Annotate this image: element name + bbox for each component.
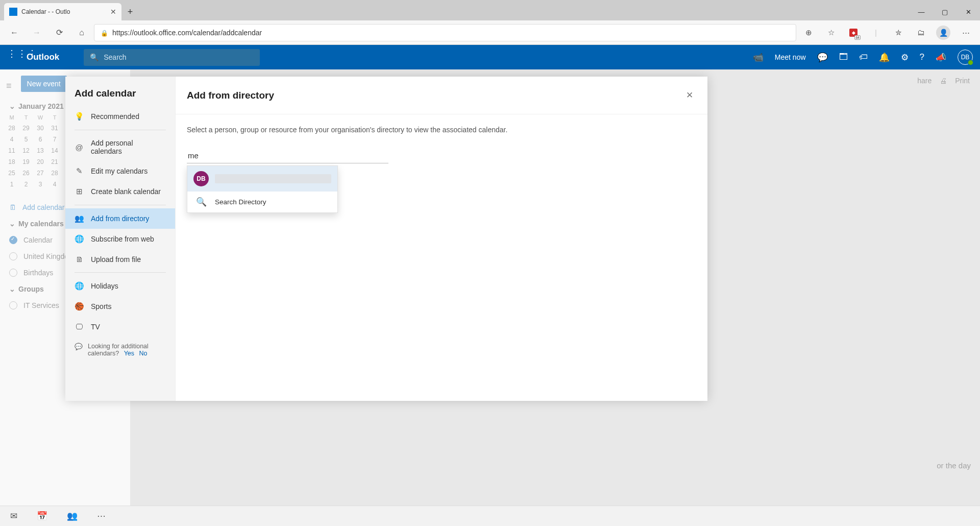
modal-instructions: Select a person, group or resource from … (187, 126, 696, 134)
todo-icon[interactable]: 🏷 (859, 52, 868, 62)
url-text: https://outlook.office.com/calendar/addc… (112, 29, 262, 37)
adblock-icon[interactable]: ◆84 (843, 22, 864, 43)
modal-nav-item[interactable]: ✎Edit my calendars (65, 161, 175, 181)
account-avatar[interactable]: DB (958, 50, 973, 65)
nav-item-icon: ✎ (75, 166, 84, 176)
home-button[interactable]: ⌂ (71, 22, 92, 43)
modal-nav-item[interactable]: 💡Recommended (65, 106, 175, 127)
directory-search-input[interactable] (187, 148, 388, 163)
add-page-button[interactable]: ⊕ (798, 22, 819, 43)
modal-nav-item[interactable]: 🌐Subscribe from web (65, 229, 175, 249)
address-bar-row: ← → ⟳ ⌂ https://outlook.office.com/calen… (0, 20, 980, 45)
new-tab-button[interactable]: + (121, 3, 139, 20)
outlook-brand[interactable]: Outlook (27, 52, 59, 62)
nav-item-icon: ⊞ (75, 187, 84, 196)
settings-icon[interactable]: ⚙ (901, 52, 909, 63)
nav-item-icon: 🌐 (75, 234, 84, 244)
browser-tab-strip: Calendar - - Outlo ✕ + — ▢ ✕ (0, 0, 980, 20)
modal-sidebar-title: Add calendar (65, 77, 175, 106)
result-name-redacted (215, 174, 331, 183)
modal-nav-item[interactable]: @Add personal calendars (65, 133, 175, 161)
modal-close-button[interactable]: ✕ (683, 87, 696, 104)
help-icon[interactable]: ? (920, 52, 924, 62)
app-launcher-icon[interactable]: ⋮⋮⋮ (7, 52, 17, 62)
search-box[interactable]: 🔍 Search (84, 49, 260, 66)
address-bar[interactable]: https://outlook.office.com/calendar/addc… (94, 24, 796, 41)
collections-button[interactable]: 🗂 (911, 22, 931, 43)
search-directory-item[interactable]: 🔍 Search Directory (187, 192, 337, 212)
modal-nav-item[interactable]: ⊞Create blank calendar (65, 181, 175, 202)
favorite-button[interactable]: ☆ (821, 22, 841, 43)
search-icon: 🔍 (193, 197, 209, 207)
nav-item-icon: 🗎 (75, 255, 84, 264)
lock-icon (101, 29, 108, 37)
more-button[interactable]: ⋯ (955, 22, 976, 43)
my-day-icon[interactable]: 🗔 (839, 52, 848, 62)
megaphone-icon[interactable]: 📣 (936, 52, 946, 63)
modal-nav-item[interactable]: 🏀Sports (65, 296, 175, 317)
search-icon: 🔍 (90, 53, 99, 61)
modal-nav-item[interactable]: 🗎Upload from file (65, 249, 175, 269)
more-modules-icon[interactable]: ⋯ (97, 511, 106, 521)
add-calendar-modal: Add calendar 💡Recommended@Add personal c… (65, 77, 707, 401)
close-window-button[interactable]: ✕ (957, 3, 980, 20)
modal-nav-item[interactable]: 👥Add from directory (65, 208, 175, 229)
refresh-button[interactable]: ⟳ (49, 22, 69, 43)
outlook-header: ⋮⋮⋮ Outlook 🔍 Search 📹 Meet now 💬 🗔 🏷 🔔 … (0, 45, 980, 69)
maximize-button[interactable]: ▢ (933, 3, 957, 20)
nav-item-icon: 🌐 (75, 281, 84, 291)
notifications-icon[interactable]: 🔔 (879, 52, 890, 63)
nav-item-icon: 🖵 (75, 322, 84, 331)
tab-title: Calendar - - Outlo (21, 8, 70, 15)
modal-nav-item[interactable]: 🖵TV (65, 317, 175, 337)
modal-sidebar: Add calendar 💡Recommended@Add personal c… (65, 77, 176, 401)
minimize-button[interactable]: — (910, 3, 933, 20)
mail-module-icon[interactable]: ✉ (10, 511, 17, 521)
feedback-prompt: 💬 Looking for additional calendars? Yes … (65, 337, 175, 363)
profile-button[interactable]: 👤 (933, 22, 953, 43)
window-controls: — ▢ ✕ (910, 3, 980, 20)
feedback-icon: 💬 (75, 343, 83, 357)
nav-item-icon: 💡 (75, 112, 84, 121)
directory-results-dropdown: DB 🔍 Search Directory (187, 165, 338, 213)
feedback-yes-link[interactable]: Yes (124, 350, 134, 357)
result-avatar: DB (193, 171, 209, 186)
module-switch-rail: ✉ 📅 👥 ⋯ (0, 506, 980, 526)
teams-chat-icon[interactable]: 💬 (817, 52, 828, 63)
feedback-no-link[interactable]: No (139, 350, 148, 357)
tab-favicon (9, 8, 17, 16)
nav-item-icon: 🏀 (75, 302, 84, 311)
directory-result-item[interactable]: DB (187, 166, 337, 192)
nav-item-icon: 👥 (75, 214, 84, 223)
forward-button[interactable]: → (27, 22, 47, 43)
modal-main: Add from directory ✕ Select a person, gr… (176, 77, 707, 401)
people-module-icon[interactable]: 👥 (67, 511, 78, 521)
nav-item-icon: @ (75, 143, 84, 152)
modal-nav-item[interactable]: 🌐Holidays (65, 276, 175, 296)
favorites-list-button[interactable]: ✮ (888, 22, 909, 43)
close-tab-icon[interactable]: ✕ (110, 8, 116, 16)
browser-tab[interactable]: Calendar - - Outlo ✕ (4, 3, 121, 20)
search-placeholder: Search (104, 53, 126, 61)
meet-now-button[interactable]: Meet now (775, 53, 806, 61)
back-button[interactable]: ← (4, 22, 24, 43)
modal-title: Add from directory (187, 90, 274, 101)
toolbar-separator: | (866, 22, 886, 43)
calendar-module-icon[interactable]: 📅 (37, 511, 47, 521)
meet-camera-icon[interactable]: 📹 (753, 52, 764, 63)
